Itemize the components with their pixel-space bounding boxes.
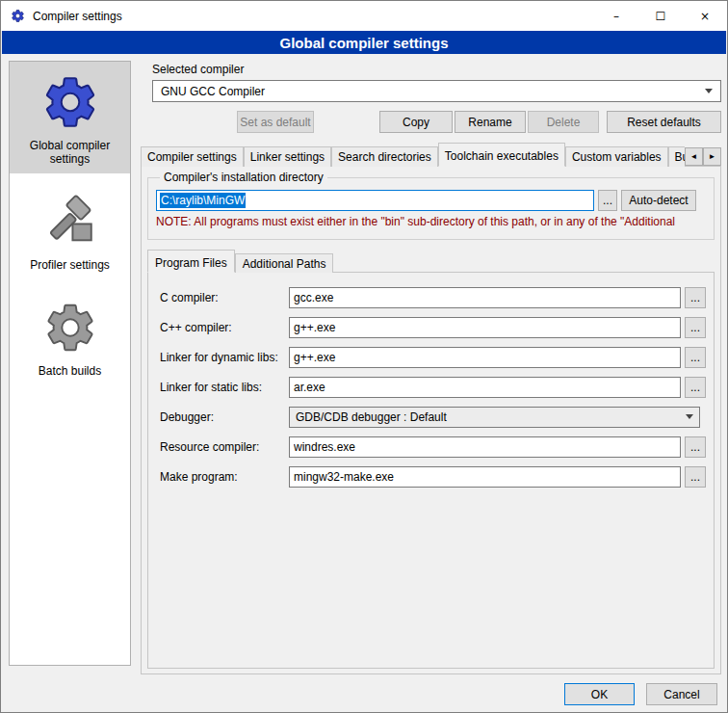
tab-toolchain-executables[interactable]: Toolchain executables (438, 143, 565, 167)
static-linker-row: Linker for static libs: ... (160, 372, 706, 402)
tab-search-directories[interactable]: Search directories (331, 146, 438, 167)
settings-tabs: Compiler settings Linker settings Search… (141, 143, 685, 167)
browse-directory-button[interactable]: ... (598, 190, 617, 211)
set-as-default-button[interactable]: Set as default (237, 111, 314, 133)
selected-compiler-dropdown[interactable]: GNU GCC Compiler (152, 80, 721, 102)
make-program-browse-button[interactable]: ... (685, 466, 706, 488)
copy-button[interactable]: Copy (379, 111, 453, 133)
tab-additional-paths[interactable]: Additional Paths (235, 253, 334, 273)
toolchain-executables-panel: Compiler's installation directory C:\ray… (141, 166, 721, 674)
ok-button[interactable]: OK (564, 683, 635, 705)
sidebar-item-label: Batch builds (13, 364, 126, 378)
program-tabs: Program Files Additional Paths (147, 250, 687, 273)
rename-button[interactable]: Rename (455, 111, 526, 133)
sidebar-item-batch-builds[interactable]: Batch builds (10, 287, 130, 385)
resource-compiler-label: Resource compiler: (160, 440, 289, 454)
auto-detect-button[interactable]: Auto-detect (621, 190, 696, 211)
minimize-button[interactable]: – (594, 1, 638, 31)
c-compiler-label: C compiler: (160, 291, 289, 304)
tab-build-options[interactable]: Build (668, 146, 685, 167)
debugger-row: Debugger: GDB/CDB debugger : Default (160, 402, 706, 432)
gear-icon (13, 71, 126, 133)
tab-compiler-settings[interactable]: Compiler settings (141, 146, 244, 167)
c-compiler-row: C compiler: ... (160, 282, 706, 312)
c-compiler-browse-button[interactable]: ... (685, 287, 706, 308)
gears-icon (13, 297, 126, 358)
sidebar-item-label: Global compiler settings (13, 139, 126, 166)
selected-compiler-value: GNU GCC Compiler (161, 85, 705, 98)
dynamic-linker-label: Linker for dynamic libs: (160, 351, 289, 364)
settings-sidebar: Global compiler settings Profiler settin… (9, 61, 131, 666)
cpp-compiler-browse-button[interactable]: ... (685, 317, 706, 338)
sidebar-item-global-compiler-settings[interactable]: Global compiler settings (10, 62, 130, 173)
chevron-down-icon (686, 414, 693, 419)
tab-custom-variables[interactable]: Custom variables (565, 146, 668, 167)
tab-linker-settings[interactable]: Linker settings (244, 146, 331, 167)
cpp-compiler-row: C++ compiler: ... (160, 312, 706, 342)
make-program-label: Make program: (160, 470, 289, 484)
app-icon (10, 9, 25, 24)
compiler-settings-window: Compiler settings – ☐ × Global compiler … (0, 0, 728, 713)
compiler-actions: Set as default Copy Rename Delete Reset … (141, 111, 721, 133)
window-controls: – ☐ × (594, 1, 727, 31)
make-program-row: Make program: ... (160, 462, 706, 491)
installation-directory-label: Compiler's installation directory (160, 171, 327, 184)
cpp-compiler-label: C++ compiler: (160, 321, 289, 334)
resource-compiler-browse-button[interactable]: ... (685, 436, 706, 458)
chevron-down-icon (705, 89, 713, 93)
installation-directory-group: Compiler's installation directory C:\ray… (147, 171, 715, 240)
main-panel: Selected compiler GNU GCC Compiler Set a… (141, 61, 721, 675)
tab-scrollers: ◄ ► (685, 147, 721, 166)
page-title: Global compiler settings (2, 31, 726, 54)
cancel-button[interactable]: Cancel (646, 683, 717, 705)
maximize-button[interactable]: ☐ (638, 1, 683, 31)
window-title: Compiler settings (33, 10, 122, 23)
selected-compiler-label: Selected compiler (152, 63, 244, 76)
debugger-label: Debugger: (160, 410, 289, 424)
tab-scroll-right-icon[interactable]: ► (703, 147, 721, 166)
static-linker-label: Linker for static libs: (160, 381, 289, 394)
delete-button[interactable]: Delete (528, 111, 599, 133)
installation-directory-value: C:\raylib\MinGW (160, 193, 246, 208)
installation-directory-row: C:\raylib\MinGW ... Auto-detect (156, 190, 706, 211)
cpp-compiler-input[interactable] (289, 317, 681, 338)
program-files-panel: C compiler: ... C++ compiler: ... Linker… (147, 272, 715, 669)
hammer-icon (13, 191, 126, 252)
installation-directory-input[interactable]: C:\raylib\MinGW (156, 190, 594, 211)
resource-compiler-row: Resource compiler: ... (160, 432, 706, 462)
dynamic-linker-row: Linker for dynamic libs: ... (160, 342, 706, 372)
c-compiler-input[interactable] (289, 287, 681, 308)
static-linker-input[interactable] (289, 377, 681, 398)
make-program-input[interactable] (289, 466, 681, 488)
resource-compiler-input[interactable] (289, 436, 681, 458)
reset-defaults-button[interactable]: Reset defaults (607, 111, 721, 133)
sidebar-item-profiler-settings[interactable]: Profiler settings (10, 181, 130, 279)
tab-scroll-left-icon[interactable]: ◄ (685, 147, 703, 166)
debugger-dropdown[interactable]: GDB/CDB debugger : Default (289, 407, 700, 428)
dynamic-linker-browse-button[interactable]: ... (685, 347, 706, 368)
sidebar-item-label: Profiler settings (13, 258, 126, 272)
dynamic-linker-input[interactable] (289, 347, 681, 368)
debugger-value: GDB/CDB debugger : Default (296, 410, 686, 424)
titlebar: Compiler settings – ☐ × (1, 1, 727, 31)
close-button[interactable]: × (683, 1, 727, 31)
directory-note: NOTE: All programs must exist either in … (156, 215, 706, 228)
static-linker-browse-button[interactable]: ... (685, 377, 706, 398)
tab-program-files[interactable]: Program Files (147, 250, 235, 273)
